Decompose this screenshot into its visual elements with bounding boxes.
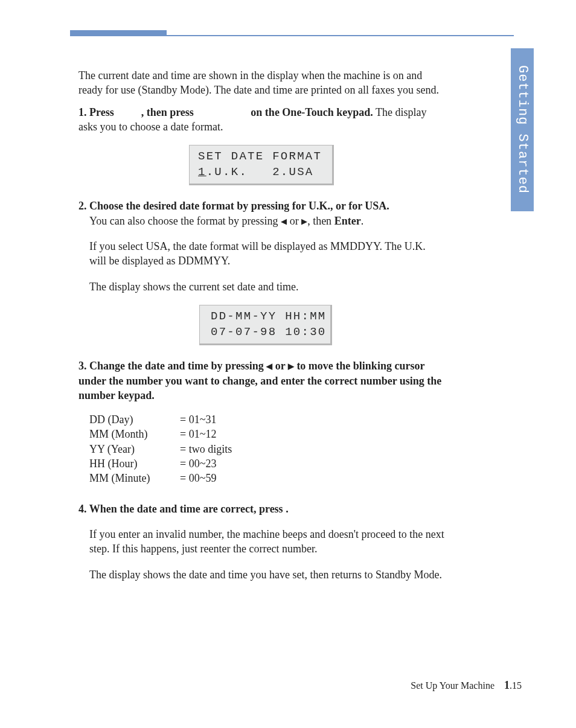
enter-label: Enter xyxy=(334,215,361,227)
step-1-gap1 xyxy=(117,106,138,118)
lcd-display-2-screen: DD-MM-YY HH:MM 07-07-98 10:30 xyxy=(199,305,332,345)
step-1: 1. Press , then press on the One-Touch k… xyxy=(78,105,444,186)
step-2-p1: If you select USA, the date format will … xyxy=(78,239,444,269)
lcd-display-2: DD-MM-YY HH:MM 07-07-98 10:30 xyxy=(199,305,332,345)
step-4-p2: The display shows the date and time you … xyxy=(78,567,444,582)
step-2-line2: You can also choose the format by pressi… xyxy=(78,214,444,228)
step-1-press: Press xyxy=(89,106,114,118)
header-rule xyxy=(167,35,514,36)
lcd1-line1: SET DATE FORMAT xyxy=(198,150,322,163)
range-label: MM (Month) xyxy=(89,427,180,441)
page-content: The current date and time are shown in t… xyxy=(78,57,444,593)
footer-page: .15 xyxy=(510,680,522,691)
table-row: DD (Day)= 01~31 xyxy=(89,412,444,427)
step-2-line2b: or xyxy=(287,215,301,227)
step-2-line2d: . xyxy=(361,215,364,227)
lcd1-cursor: 1 xyxy=(198,165,206,179)
step-4-bold: When the date and time are correct, pres… xyxy=(89,503,289,515)
table-row: MM (Month)= 01~12 xyxy=(89,427,444,441)
step-3: 3. Change the date and time by pressing … xyxy=(78,359,444,485)
step-number: 1. xyxy=(78,106,89,118)
range-label: DD (Day) xyxy=(89,412,180,427)
date-range-table: DD (Day)= 01~31 MM (Month)= 01~12 YY (Ye… xyxy=(78,412,444,485)
lcd2-line1: DD-MM-YY HH:MM xyxy=(211,310,327,323)
step-number: 4. xyxy=(78,503,89,515)
lcd-display-1: SET DATE FORMAT 1.U.K. 2.USA xyxy=(189,145,334,185)
left-arrow-icon xyxy=(266,360,272,372)
step-number: 3. xyxy=(78,360,89,372)
step-2-p2: The display shows the current set date a… xyxy=(78,279,444,294)
section-side-tab: Getting Started xyxy=(511,48,534,211)
step-1-gap2 xyxy=(196,106,248,118)
step-3-b2: or xyxy=(272,360,288,372)
step-3-b1: Change the date and time by pressing xyxy=(89,360,266,372)
footer-chapter: 1 xyxy=(504,679,510,691)
left-arrow-icon xyxy=(281,215,287,227)
step-2: 2. Choose the desired date format by pre… xyxy=(78,199,444,345)
step-1-then-press: , then press xyxy=(141,106,194,118)
step-2-line2a: You can also choose the format by pressi… xyxy=(89,215,281,227)
intro-paragraph: The current date and time are shown in t… xyxy=(78,68,444,98)
step-2-bold: Choose the desired date format by pressi… xyxy=(89,200,389,212)
step-4-p1: If you enter an invalid number, the mach… xyxy=(78,527,444,557)
header-accent-bar xyxy=(70,30,167,36)
lcd1-line2-rest: .U.K. 2.USA xyxy=(206,165,314,179)
range-value: = 00~23 xyxy=(180,456,216,471)
step-2-line2c: , then xyxy=(307,215,334,227)
step-number: 2. xyxy=(78,200,89,212)
table-row: HH (Hour)= 00~23 xyxy=(89,456,444,471)
lcd2-line2: 07-07-98 10:30 xyxy=(211,325,327,339)
page-footer: Set Up Your Machine 1.15 xyxy=(411,679,522,692)
step-1-tail: on the One-Touch keypad. xyxy=(251,106,373,118)
range-label: HH (Hour) xyxy=(89,456,180,471)
footer-label: Set Up Your Machine xyxy=(411,680,494,691)
range-value: = 01~31 xyxy=(180,412,216,427)
range-label: MM (Minute) xyxy=(89,471,180,485)
range-value: = 00~59 xyxy=(180,471,216,485)
range-label: YY (Year) xyxy=(89,442,180,456)
right-arrow-icon xyxy=(301,215,307,227)
range-value: = two digits xyxy=(180,442,232,456)
range-value: = 01~12 xyxy=(180,427,216,441)
section-side-tab-label: Getting Started xyxy=(515,65,530,194)
lcd-display-1-screen: SET DATE FORMAT 1.U.K. 2.USA xyxy=(189,145,334,185)
table-row: YY (Year)= two digits xyxy=(89,442,444,456)
table-row: MM (Minute)= 00~59 xyxy=(89,471,444,485)
step-4: 4. When the date and time are correct, p… xyxy=(78,502,444,582)
right-arrow-icon xyxy=(288,360,294,372)
